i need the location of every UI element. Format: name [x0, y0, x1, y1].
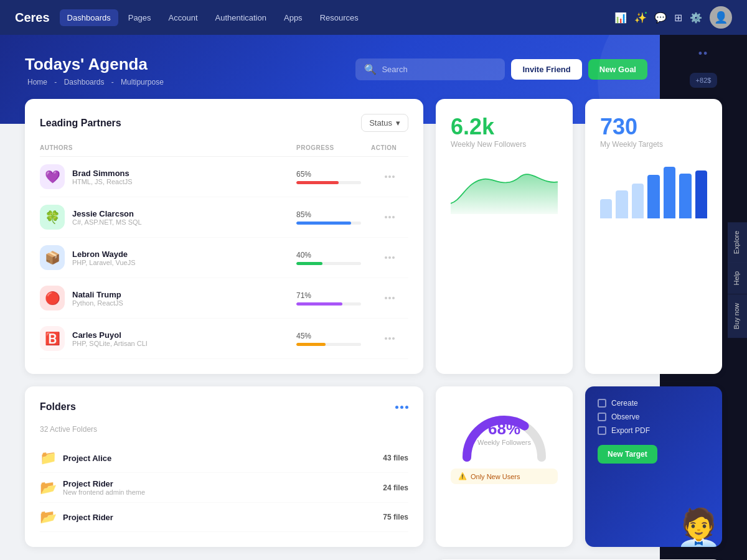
table-row: 💜 Brad Simmons HTML, JS, ReactJS 65% — [40, 157, 408, 197]
brand: Ceres — [15, 11, 50, 25]
checkbox-icon[interactable] — [598, 426, 606, 435]
gauge-container: 68% Weekly Followers — [451, 401, 558, 464]
author-avatar: 🅱️ — [40, 326, 65, 351]
promo-option: Observe — [598, 413, 710, 421]
folders-menu[interactable] — [395, 406, 408, 409]
bar-item — [664, 167, 675, 218]
nav-right: 📊 ✨ 💬 ⊞ ⚙️ 👤 — [614, 6, 732, 29]
message-icon[interactable]: 💬 — [654, 12, 667, 24]
promo-figure: 🧑‍💼 — [675, 510, 722, 547]
breadcrumb-home[interactable]: Home — [27, 78, 47, 86]
author-avatar: 🔴 — [40, 286, 65, 310]
weekly-targets-card: 730 My Weekly Targets — [585, 99, 722, 374]
author-tech: HTML, JS, ReactJS — [72, 178, 133, 185]
main-content: Leading Partners Status ▾ AUTHORS PROGRE… — [0, 99, 747, 560]
progress-col: 65% — [296, 170, 371, 184]
table-header: AUTHORS PROGRESS ACTION — [40, 144, 408, 157]
col-authors: AUTHORS — [40, 144, 296, 151]
action-menu-button[interactable] — [371, 337, 408, 340]
nav-apps[interactable]: Apps — [276, 9, 310, 26]
chevron-down-icon: ▾ — [396, 118, 400, 128]
promo-option: Export PDF — [598, 426, 710, 435]
side-tab-help[interactable]: Help — [728, 263, 747, 294]
followers-count: 6.2k — [451, 114, 558, 140]
folder-row: 📂 Project Rider 75 files — [40, 503, 408, 532]
badge-1[interactable]: +82$ — [690, 73, 718, 88]
folders-title: Folders — [40, 401, 76, 413]
table-row: 🔴 Natali Trump Python, ReactJS 71% — [40, 278, 408, 319]
invite-friend-button[interactable]: Invite Friend — [511, 59, 581, 80]
status-dropdown[interactable]: Status ▾ — [361, 114, 408, 132]
folder-icon: 📂 — [40, 509, 57, 525]
nav-items: Dashboards Pages Account Authentication … — [60, 9, 614, 26]
bar-item — [632, 184, 644, 218]
folders-card: Folders 32 Active Folders 📁 Project Alic… — [25, 386, 423, 547]
grid-icon[interactable]: ⊞ — [674, 12, 682, 24]
action-menu-button[interactable] — [371, 216, 408, 218]
bar-chart — [600, 156, 707, 218]
author-info: 💜 Brad Simmons HTML, JS, ReactJS — [40, 164, 296, 189]
folder-icon: 📁 — [40, 450, 57, 466]
nav-resources[interactable]: Resources — [312, 9, 366, 26]
checkbox-icon[interactable] — [598, 413, 606, 421]
author-avatar: 💜 — [40, 164, 65, 189]
action-menu-button[interactable] — [371, 256, 408, 259]
breadcrumb-dashboards[interactable]: Dashboards — [64, 78, 105, 86]
author-avatar: 📦 — [40, 245, 65, 270]
folder-row: 📂 Project Rider New frontend admin theme… — [40, 473, 408, 503]
file-count: 75 files — [383, 513, 408, 521]
area-chart-svg — [451, 156, 558, 218]
search-box[interactable]: 🔍 — [355, 58, 505, 80]
new-goal-button[interactable]: New Goal — [588, 59, 647, 80]
sparkle-icon[interactable]: ✨ — [634, 12, 647, 24]
action-menu-button[interactable] — [371, 297, 408, 299]
leading-partners-header: Leading Partners Status ▾ — [40, 114, 408, 132]
chart-icon[interactable]: 📊 — [614, 12, 627, 24]
header-actions: 🔍 Invite Friend New Goal — [355, 58, 647, 80]
gauge-card: 68% Weekly Followers ⚠️ Only New Users — [436, 386, 573, 547]
panel-dots: •• — [698, 47, 709, 60]
col-progress: PROGRESS — [296, 144, 371, 151]
gauge-percentage: 68% — [477, 419, 531, 439]
warning-icon: ⚠️ — [458, 472, 467, 480]
navbar: Ceres Dashboards Pages Account Authentic… — [0, 0, 747, 35]
followers-card: 6.2k Weekly New Followers — [436, 99, 573, 374]
search-input[interactable] — [382, 65, 494, 74]
bar-item — [695, 170, 707, 218]
side-tab-buy[interactable]: Buy now — [728, 294, 747, 338]
col-action: ACTION — [371, 144, 408, 151]
bar-item — [616, 190, 627, 218]
promo-card: Cereate Observe Export PDF New Target 🧑‍… — [585, 386, 722, 547]
table-row: 📦 Lebron Wayde PHP, Laravel, VueJS 40% — [40, 238, 408, 278]
targets-label: My Weekly Targets — [600, 140, 707, 149]
side-tab-explore[interactable]: Explore — [728, 222, 747, 263]
promo-option: Cereate — [598, 399, 710, 408]
settings-icon[interactable]: ⚙️ — [690, 12, 702, 24]
nav-authentication[interactable]: Authentication — [208, 9, 274, 26]
nav-dashboards[interactable]: Dashboards — [60, 9, 118, 26]
nav-account[interactable]: Account — [161, 9, 205, 26]
bar-item — [600, 199, 612, 219]
side-tabs: Explore Help Buy now — [728, 222, 747, 338]
author-avatar: 🍀 — [40, 205, 65, 230]
nav-pages[interactable]: Pages — [121, 9, 159, 26]
folder-row: 📁 Project Alice 43 files — [40, 444, 408, 473]
gauge-text: 68% Weekly Followers — [477, 419, 531, 446]
folders-count: 32 Active Folders — [40, 425, 408, 434]
file-count: 24 files — [383, 483, 408, 492]
new-target-button[interactable]: New Target — [598, 445, 657, 464]
only-new-users-badge: ⚠️ Only New Users — [451, 469, 558, 484]
leading-partners-title: Leading Partners — [40, 118, 121, 129]
breadcrumb-multipurpose: Multipurpose — [121, 78, 164, 86]
followers-label: Weekly New Followers — [451, 140, 558, 149]
status-label: Status — [369, 118, 392, 128]
bar-item — [679, 174, 691, 218]
user-avatar[interactable]: 👤 — [710, 6, 732, 29]
checkbox-icon[interactable] — [598, 399, 606, 408]
search-icon: 🔍 — [364, 63, 377, 75]
gauge-label: Weekly Followers — [477, 439, 531, 446]
leading-partners-card: Leading Partners Status ▾ AUTHORS PROGRE… — [25, 99, 423, 374]
table-row: 🅱️ Carles Puyol PHP, SQLite, Artisan CLI… — [40, 319, 408, 359]
content-grid: Leading Partners Status ▾ AUTHORS PROGRE… — [25, 99, 722, 560]
action-menu-button[interactable] — [371, 175, 408, 178]
